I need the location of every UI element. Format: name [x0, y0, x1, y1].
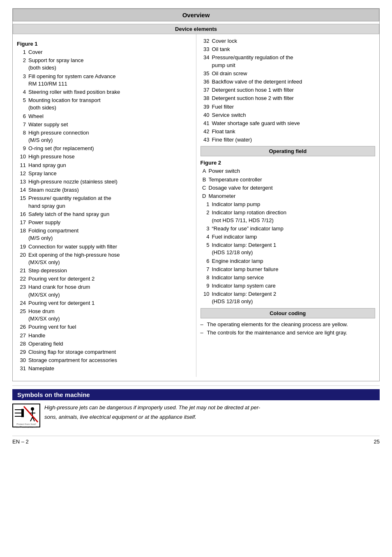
list-item: 40Service switch: [201, 111, 376, 119]
item-num: 4: [17, 88, 28, 96]
list-item: APower switch: [201, 167, 376, 175]
item-num: 1: [201, 201, 212, 208]
item-num: 3: [201, 225, 212, 232]
item-num: 40: [201, 111, 212, 119]
colour-item-text: The controls for the maintenance and ser…: [207, 329, 348, 337]
list-item: 37Detergent suction hose 1 with filter: [201, 86, 376, 94]
item-num: 32: [201, 37, 212, 45]
item-text: Power switch: [209, 167, 376, 175]
item-num: 25: [17, 308, 28, 323]
item-num: 34: [201, 54, 212, 69]
symbols-text2: sons, animals, live electrical equipment…: [44, 413, 260, 421]
item-text: Pouring vent for detergent 1: [28, 299, 192, 307]
item-text: Folding compartment (M/S only): [28, 227, 192, 242]
list-item: 10Indicator lamp: Detergent 2 (HDS 12/18…: [201, 290, 376, 305]
item-num: 6: [17, 113, 28, 120]
bullet-dash: –: [201, 329, 207, 337]
list-item: 14Steam nozzle (brass): [17, 186, 192, 194]
list-item: 20Exit opening of the high-pressure hose…: [17, 251, 192, 266]
figure1-right-list: 32Cover lock33Oil tank34Pressure/quantit…: [201, 37, 376, 144]
item-text: Storage compartment for accessories: [28, 357, 192, 364]
list-item: 3Fill opening for system care Advance RM…: [17, 73, 192, 88]
item-text: Detergent suction hose 2 with filter: [212, 95, 376, 102]
operating-field-section: Operating field Figure 2 APower switchBT…: [201, 146, 376, 305]
footer-bar: EN – 2 25: [12, 436, 380, 445]
list-item: 5Indicator lamp: Detergent 1 (HDS 12/18 …: [201, 241, 376, 256]
item-num: 27: [17, 332, 28, 339]
item-num: 10: [201, 290, 212, 305]
list-item: 32Cover lock: [201, 37, 376, 45]
svg-point-4: [31, 407, 34, 411]
item-text: Fuel filter: [212, 103, 376, 111]
list-item: 5Mounting location for transport (both s…: [17, 97, 192, 111]
device-elements-title: Device elements: [175, 26, 217, 32]
item-num: 2: [17, 57, 28, 72]
item-text: Indicator lamp rotation direction (not H…: [212, 209, 376, 224]
list-item: 6Wheel: [17, 113, 192, 120]
item-text: Water shortage safe guard with sieve: [212, 120, 376, 127]
item-text: Hand spray gun: [28, 162, 192, 169]
list-item: 1Cover: [17, 49, 192, 56]
item-num: 23: [17, 283, 28, 298]
symbols-text-block: High-pressure jets can be dangerous if i…: [44, 404, 260, 421]
list-item: 4Fuel indicator lamp: [201, 233, 376, 241]
item-text: Cover: [28, 49, 192, 56]
page-container: Overview Device elements Figure 1 1Cover…: [12, 8, 380, 445]
list-item: 42Float tank: [201, 128, 376, 135]
item-num: 17: [17, 219, 28, 226]
item-num: 9: [201, 282, 212, 290]
left-panel: Figure 1 1Cover2Support for spray lance …: [13, 34, 196, 377]
svg-line-7: [30, 417, 32, 421]
list-item: 41Water shortage safe guard with sieve: [201, 120, 376, 127]
list-item: 17Power supply: [17, 219, 192, 226]
list-item: 8Indicator lamp service: [201, 274, 376, 281]
item-text: Hose drum (MX/SX only): [28, 308, 192, 323]
item-text: Oil tank: [212, 46, 376, 53]
item-num: 18: [17, 227, 28, 242]
operating-field-header: Operating field: [201, 146, 376, 156]
item-text: Oil drain screw: [212, 70, 376, 77]
list-item: 4Steering roller with fixed position bra…: [17, 88, 192, 96]
item-text: Handle: [28, 332, 192, 339]
item-num: 12: [17, 170, 28, 177]
item-text: “Ready for use” indicator lamp: [212, 225, 376, 232]
item-text: Power supply: [28, 219, 192, 226]
svg-rect-3: [21, 409, 24, 417]
list-item: 21Step depression: [17, 267, 192, 274]
item-num: 9: [17, 145, 28, 152]
list-item: 11Hand spray gun: [17, 162, 192, 169]
item-num: 20: [17, 251, 28, 266]
item-text: Safety latch of the hand spray gun: [28, 211, 192, 218]
item-num: 7: [17, 121, 28, 128]
item-text: High pressure connection (M/S only): [28, 129, 192, 144]
warning-svg: [14, 406, 39, 423]
item-num: B: [201, 176, 209, 183]
item-text: Closing flap for storage compartment: [28, 348, 192, 356]
overview-title: Overview: [182, 12, 210, 19]
list-item: 25Hose drum (MX/SX only): [17, 308, 192, 323]
item-text: Water supply set: [28, 121, 192, 128]
list-item: 13High-pressure nozzle (stainless steel): [17, 178, 192, 186]
item-num: 24: [17, 299, 28, 307]
item-num: 6: [201, 258, 212, 265]
item-text: High pressure hose: [28, 153, 192, 160]
item-num: 4: [201, 233, 212, 241]
list-item: BTemperature controller: [201, 176, 376, 183]
list-item: 19Connection for water supply with filte…: [17, 243, 192, 251]
list-item: 23Hand crank for hose drum (MX/SX only): [17, 283, 192, 298]
item-text: Fuel indicator lamp: [212, 233, 376, 241]
list-item: 36Backflow valve of the detergent infeed: [201, 78, 376, 86]
item-num: 28: [17, 340, 28, 348]
list-item: 2Support for spray lance (both sides): [17, 57, 192, 72]
symbols-content: Protect from frost! Vor Frost schützen! …: [12, 404, 380, 427]
item-num: 38: [201, 95, 212, 102]
footer-right: 25: [374, 439, 380, 445]
item-text: Exit opening of the high-pressure hose (…: [28, 251, 192, 266]
item-text: Indicator lamp: Detergent 2 (HDS 12/18 o…: [212, 290, 376, 305]
item-num: 1: [17, 49, 28, 56]
colour-coding-section: Colour coding –The operating elements fo…: [201, 308, 376, 337]
item-num: 41: [201, 120, 212, 127]
list-item: 15Pressure/ quantity regulation at the h…: [17, 195, 192, 209]
item-text: Manometer: [209, 193, 376, 200]
item-text: Operating field: [28, 340, 192, 348]
